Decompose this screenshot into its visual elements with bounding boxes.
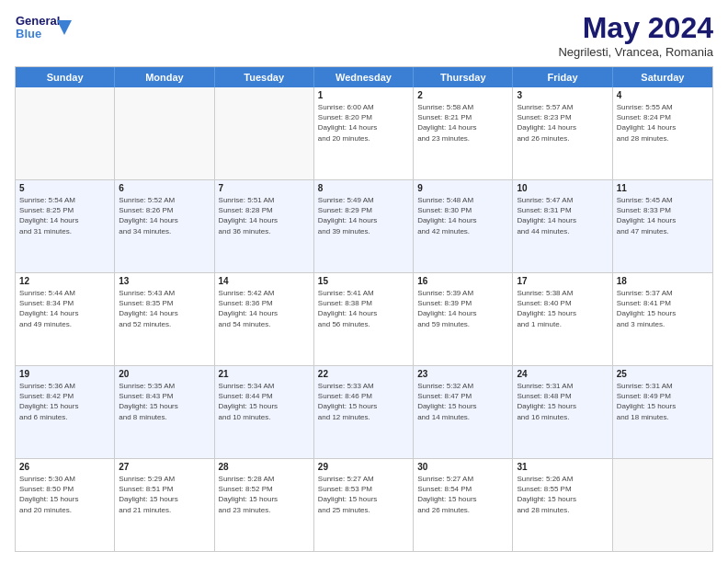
calendar-body: 1Sunrise: 6:00 AM Sunset: 8:20 PM Daylig…: [16, 87, 712, 551]
cell-date: 1: [318, 90, 409, 100]
cell-date: 29: [318, 462, 409, 472]
cell-info: Sunrise: 5:34 AM Sunset: 8:44 PM Dayligh…: [219, 381, 310, 422]
day-monday: Monday: [115, 67, 214, 87]
header: General Blue May 2024 Negrilesti, Vrance…: [15, 11, 713, 59]
calendar-cell: 19Sunrise: 5:36 AM Sunset: 8:42 PM Dayli…: [16, 366, 115, 458]
cell-date: 20: [119, 369, 210, 379]
calendar-cell: 6Sunrise: 5:52 AM Sunset: 8:26 PM Daylig…: [115, 180, 214, 272]
cell-date: 25: [617, 369, 709, 379]
calendar-cell: 29Sunrise: 5:27 AM Sunset: 8:53 PM Dayli…: [314, 459, 414, 551]
cell-info: Sunrise: 5:51 AM Sunset: 8:28 PM Dayligh…: [219, 195, 310, 236]
cell-date: 23: [417, 369, 508, 379]
cell-info: Sunrise: 5:41 AM Sunset: 8:38 PM Dayligh…: [318, 288, 409, 329]
cell-info: Sunrise: 5:29 AM Sunset: 8:51 PM Dayligh…: [119, 474, 210, 515]
logo: General Blue: [15, 11, 72, 48]
calendar-cell: 30Sunrise: 5:27 AM Sunset: 8:54 PM Dayli…: [414, 459, 513, 551]
cell-info: Sunrise: 5:30 AM Sunset: 8:50 PM Dayligh…: [19, 474, 110, 515]
cell-date: 9: [417, 183, 508, 193]
cell-info: Sunrise: 5:49 AM Sunset: 8:29 PM Dayligh…: [318, 195, 409, 236]
cell-date: 21: [219, 369, 310, 379]
cell-date: 4: [617, 90, 709, 100]
cell-info: Sunrise: 5:55 AM Sunset: 8:24 PM Dayligh…: [617, 102, 709, 144]
cell-info: Sunrise: 5:47 AM Sunset: 8:31 PM Dayligh…: [517, 195, 608, 236]
calendar-cell: 15Sunrise: 5:41 AM Sunset: 8:38 PM Dayli…: [314, 273, 414, 365]
calendar-cell: 13Sunrise: 5:43 AM Sunset: 8:35 PM Dayli…: [115, 273, 214, 365]
cell-date: 3: [517, 90, 608, 100]
cell-info: Sunrise: 5:38 AM Sunset: 8:40 PM Dayligh…: [517, 288, 608, 329]
calendar-row: 1Sunrise: 6:00 AM Sunset: 8:20 PM Daylig…: [16, 87, 712, 180]
cell-date: 2: [417, 90, 508, 100]
cell-date: 15: [318, 276, 409, 286]
cell-date: 16: [417, 276, 508, 286]
svg-text:Blue: Blue: [16, 27, 41, 40]
logo-block: General Blue: [15, 11, 72, 48]
cell-info: Sunrise: 5:39 AM Sunset: 8:39 PM Dayligh…: [417, 288, 508, 329]
calendar-cell: 1Sunrise: 6:00 AM Sunset: 8:20 PM Daylig…: [314, 87, 414, 179]
calendar-cell: [613, 459, 712, 551]
calendar-cell: 3Sunrise: 5:57 AM Sunset: 8:23 PM Daylig…: [513, 87, 612, 179]
cell-date: 30: [417, 462, 508, 472]
month-title: May 2024: [558, 11, 713, 45]
calendar-cell: 17Sunrise: 5:38 AM Sunset: 8:40 PM Dayli…: [513, 273, 612, 365]
cell-date: 31: [517, 462, 608, 472]
svg-marker-2: [57, 20, 72, 35]
calendar-cell: 8Sunrise: 5:49 AM Sunset: 8:29 PM Daylig…: [314, 180, 414, 272]
cell-date: 22: [318, 369, 409, 379]
calendar-cell: [115, 87, 214, 179]
calendar-cell: 11Sunrise: 5:45 AM Sunset: 8:33 PM Dayli…: [613, 180, 712, 272]
day-tuesday: Tuesday: [215, 67, 314, 87]
day-wednesday: Wednesday: [314, 67, 414, 87]
calendar-cell: 12Sunrise: 5:44 AM Sunset: 8:34 PM Dayli…: [16, 273, 115, 365]
cell-info: Sunrise: 5:52 AM Sunset: 8:26 PM Dayligh…: [119, 195, 210, 236]
calendar-cell: 25Sunrise: 5:31 AM Sunset: 8:49 PM Dayli…: [613, 366, 712, 458]
calendar-cell: 2Sunrise: 5:58 AM Sunset: 8:21 PM Daylig…: [414, 87, 513, 179]
cell-info: Sunrise: 5:54 AM Sunset: 8:25 PM Dayligh…: [19, 195, 110, 236]
calendar-cell: [16, 87, 115, 179]
calendar-row: 26Sunrise: 5:30 AM Sunset: 8:50 PM Dayli…: [16, 459, 712, 551]
cell-date: 17: [517, 276, 608, 286]
cell-info: Sunrise: 5:44 AM Sunset: 8:34 PM Dayligh…: [19, 288, 110, 329]
calendar-cell: 14Sunrise: 5:42 AM Sunset: 8:36 PM Dayli…: [215, 273, 314, 365]
cell-date: 28: [219, 462, 310, 472]
cell-info: Sunrise: 5:33 AM Sunset: 8:46 PM Dayligh…: [318, 381, 409, 422]
cell-info: Sunrise: 5:42 AM Sunset: 8:36 PM Dayligh…: [219, 288, 310, 329]
calendar-cell: [215, 87, 314, 179]
cell-info: Sunrise: 5:37 AM Sunset: 8:41 PM Dayligh…: [617, 288, 709, 329]
cell-date: 12: [19, 276, 110, 286]
day-friday: Friday: [513, 67, 612, 87]
calendar-cell: 9Sunrise: 5:48 AM Sunset: 8:30 PM Daylig…: [414, 180, 513, 272]
calendar-row: 12Sunrise: 5:44 AM Sunset: 8:34 PM Dayli…: [16, 273, 712, 366]
calendar-cell: 16Sunrise: 5:39 AM Sunset: 8:39 PM Dayli…: [414, 273, 513, 365]
cell-date: 10: [517, 183, 608, 193]
cell-date: 7: [219, 183, 310, 193]
cell-date: 18: [617, 276, 709, 286]
calendar-cell: 31Sunrise: 5:26 AM Sunset: 8:55 PM Dayli…: [513, 459, 612, 551]
calendar-cell: 26Sunrise: 5:30 AM Sunset: 8:50 PM Dayli…: [16, 459, 115, 551]
calendar-cell: 28Sunrise: 5:28 AM Sunset: 8:52 PM Dayli…: [215, 459, 314, 551]
calendar: Sunday Monday Tuesday Wednesday Thursday…: [15, 66, 713, 552]
calendar-cell: 5Sunrise: 5:54 AM Sunset: 8:25 PM Daylig…: [16, 180, 115, 272]
cell-info: Sunrise: 5:31 AM Sunset: 8:48 PM Dayligh…: [517, 381, 608, 422]
cell-date: 26: [19, 462, 110, 472]
calendar-row: 5Sunrise: 5:54 AM Sunset: 8:25 PM Daylig…: [16, 180, 712, 273]
calendar-cell: 21Sunrise: 5:34 AM Sunset: 8:44 PM Dayli…: [215, 366, 314, 458]
cell-date: 19: [19, 369, 110, 379]
cell-date: 27: [119, 462, 210, 472]
calendar-cell: 4Sunrise: 5:55 AM Sunset: 8:24 PM Daylig…: [613, 87, 712, 179]
cell-info: Sunrise: 5:48 AM Sunset: 8:30 PM Dayligh…: [417, 195, 508, 236]
cell-info: Sunrise: 5:36 AM Sunset: 8:42 PM Dayligh…: [19, 381, 110, 422]
cell-info: Sunrise: 5:26 AM Sunset: 8:55 PM Dayligh…: [517, 474, 608, 515]
cell-info: Sunrise: 5:27 AM Sunset: 8:53 PM Dayligh…: [318, 474, 409, 515]
cell-info: Sunrise: 5:31 AM Sunset: 8:49 PM Dayligh…: [617, 381, 709, 422]
cell-info: Sunrise: 6:00 AM Sunset: 8:20 PM Dayligh…: [318, 102, 409, 144]
day-saturday: Saturday: [613, 67, 712, 87]
cell-date: 24: [517, 369, 608, 379]
calendar-cell: 20Sunrise: 5:35 AM Sunset: 8:43 PM Dayli…: [115, 366, 214, 458]
calendar-row: 19Sunrise: 5:36 AM Sunset: 8:42 PM Dayli…: [16, 366, 712, 459]
calendar-cell: 10Sunrise: 5:47 AM Sunset: 8:31 PM Dayli…: [513, 180, 612, 272]
page: General Blue May 2024 Negrilesti, Vrance…: [0, 0, 728, 563]
cell-info: Sunrise: 5:58 AM Sunset: 8:21 PM Dayligh…: [417, 102, 508, 144]
calendar-cell: 22Sunrise: 5:33 AM Sunset: 8:46 PM Dayli…: [314, 366, 414, 458]
title-block: May 2024 Negrilesti, Vrancea, Romania: [558, 11, 713, 59]
cell-date: 5: [19, 183, 110, 193]
